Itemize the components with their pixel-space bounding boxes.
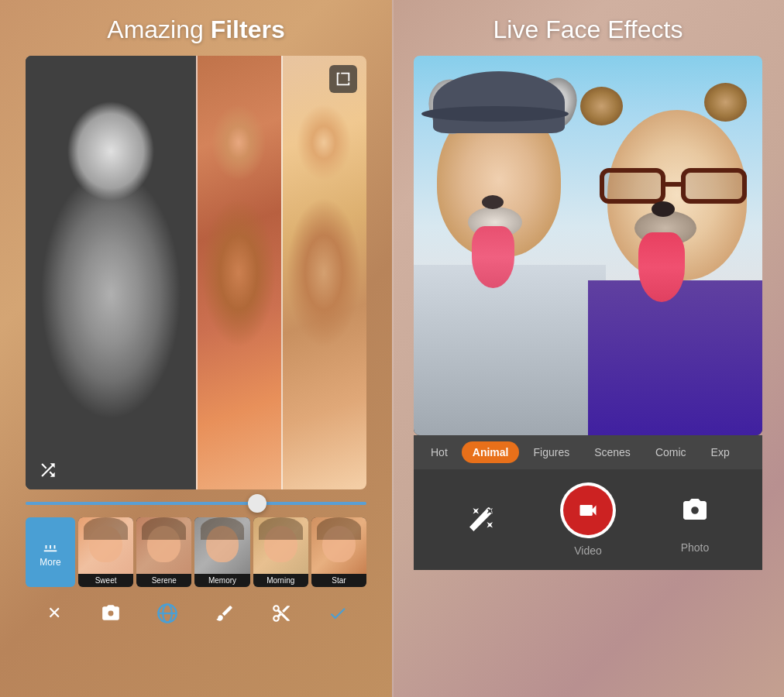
selfie-bg (414, 56, 762, 435)
filter-serene-thumb (136, 517, 191, 574)
filter-slider-thumb[interactable] (248, 494, 266, 513)
filter-serene[interactable]: Serene (136, 517, 191, 587)
dog-nose-left (482, 195, 504, 209)
effects-control (456, 495, 506, 544)
face-overlay-bw (26, 56, 196, 489)
photo-button[interactable] (670, 486, 720, 535)
right-title: Live Face Effects (493, 15, 683, 44)
globe-button[interactable] (152, 598, 183, 629)
hat (433, 71, 565, 133)
filter-slider-track (26, 502, 366, 505)
camera-button[interactable] (95, 598, 126, 629)
person-right-body (588, 280, 762, 435)
glasses-right-lens (681, 168, 747, 204)
bear-ear-right-right (704, 83, 747, 122)
face-overlay-color2 (281, 56, 366, 489)
confirm-button[interactable] (322, 598, 353, 629)
wand-button[interactable] (456, 495, 506, 544)
photo-control: Photo (670, 486, 720, 554)
divider-center (196, 56, 198, 489)
tab-figures[interactable]: Figures (522, 441, 580, 463)
video-record-button[interactable] (560, 482, 616, 538)
person-left-body (414, 265, 606, 435)
tab-animal[interactable]: Animal (462, 441, 520, 463)
face-overlay-color1 (196, 56, 281, 489)
filter-tabs: Hot Animal Figures Scenes Comic Exp (414, 435, 762, 469)
filter-sweet[interactable]: Sweet (78, 517, 133, 587)
left-panel: Amazing Filters (0, 0, 392, 697)
more-label: More (40, 557, 60, 568)
filter-more-button[interactable]: More (26, 517, 75, 587)
filter-memory-label: Memory (194, 574, 249, 587)
filter-star-thumb (311, 517, 366, 574)
selfie-container: 🐕 😺 🐱 🐰 🦊 (414, 56, 762, 435)
filter-sweet-label: Sweet (78, 574, 133, 587)
tab-scenes[interactable]: Scenes (583, 441, 641, 463)
close-button[interactable]: ✕ (39, 598, 70, 629)
bottom-toolbar-left: ✕ (26, 595, 366, 632)
filter-morning[interactable]: Morning (253, 517, 308, 587)
title-bold: Filters (211, 15, 285, 43)
filter-star[interactable]: Star (311, 517, 366, 587)
dog-nose-right (652, 201, 675, 217)
shuffle-icon[interactable] (35, 457, 61, 483)
paint-button[interactable] (209, 598, 240, 629)
glasses-bridge (664, 182, 683, 187)
title-regular: Amazing (107, 15, 210, 43)
hat-brim (421, 106, 569, 122)
tab-exp[interactable]: Exp (700, 441, 741, 463)
filter-serene-label: Serene (136, 574, 191, 587)
filter-strip: More Sweet Serene Memory Morning Star (26, 517, 366, 587)
bottom-controls-right: Video Photo (414, 469, 762, 570)
divider-right (281, 56, 283, 489)
tab-hot[interactable]: Hot (420, 441, 459, 463)
filter-sweet-thumb (78, 517, 133, 574)
panel-divider (392, 0, 394, 697)
filter-memory-thumb (194, 517, 249, 574)
left-title: Amazing Filters (107, 15, 284, 44)
filter-memory[interactable]: Memory (194, 517, 249, 587)
filter-morning-label: Morning (253, 574, 308, 587)
glasses-left-lens (600, 168, 665, 204)
crop-icon[interactable] (329, 65, 357, 93)
bear-ear-right-left (580, 87, 623, 125)
right-panel: Live Face Effects (392, 0, 784, 697)
glasses (596, 168, 751, 207)
video-control: Video (560, 482, 616, 557)
video-label: Video (574, 544, 602, 557)
filter-star-label: Star (311, 574, 366, 587)
photo-label: Photo (681, 541, 710, 554)
photo-comparison (26, 56, 366, 489)
tongue-left (472, 226, 514, 288)
tab-comic[interactable]: Comic (645, 441, 697, 463)
filter-morning-thumb (253, 517, 308, 574)
scissors-button[interactable] (266, 598, 297, 629)
tongue-right (638, 232, 685, 302)
filter-slider-container (26, 496, 366, 511)
